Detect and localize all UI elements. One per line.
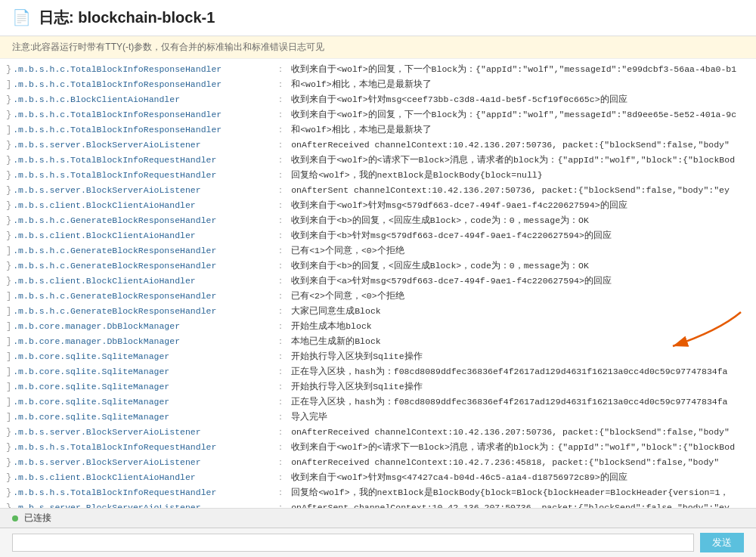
log-row: ].m.b.core.sqlite.SqliteManager：正在导入区块，h…	[0, 364, 756, 379]
log-bracket: ]	[6, 244, 11, 258]
log-bracket: }	[6, 184, 11, 197]
bottom-bar: 发送	[0, 528, 756, 557]
log-bracket: }	[6, 108, 11, 122]
log-separator: ：	[276, 153, 285, 167]
log-class: .m.b.core.sqlite.SqliteManager	[13, 380, 270, 393]
log-message: 回复给<wolf>，我的nextBlock是BlockBody{block=Bl…	[291, 486, 729, 499]
log-bracket: ]	[6, 335, 11, 348]
log-row: }.m.b.s.client.BlockClientAioHandler：收到来…	[0, 470, 756, 485]
log-bracket: }	[6, 93, 11, 107]
log-class: .m.b.s.h.c.TotalBlockInfoResponseHandler	[13, 123, 270, 136]
log-class: .m.b.s.client.BlockClientAioHandler	[13, 199, 270, 212]
send-button[interactable]: 发送	[700, 533, 744, 552]
log-class: .m.b.s.h.c.BlockClientAioHandler	[13, 93, 270, 106]
log-message: onAfterSent channelContext:10.42.136.207…	[291, 184, 730, 196]
log-separator: ：	[276, 471, 285, 484]
log-bracket: }	[6, 138, 11, 152]
log-row: }.m.b.s.client.BlockClientAioHandler：收到来…	[0, 228, 756, 243]
log-class: .m.b.s.server.BlockServerAioListener	[13, 456, 270, 469]
log-separator: ：	[276, 395, 285, 409]
log-message: onAfterReceived channelContext:10.42.7.2…	[291, 456, 719, 469]
log-message: 收到来自于<wolf>针对msg<ceef73bb-c3d8-4a1d-be5f…	[291, 93, 627, 106]
log-row: }.m.b.s.h.c.BlockClientAioHandler：收到来自于<…	[0, 92, 756, 107]
log-row: ].m.b.core.manager.DbBlockManager：本地已生成新…	[0, 334, 756, 349]
log-bracket: }	[6, 199, 11, 212]
log-separator: ：	[276, 214, 285, 227]
title-bar: 📄 日志: blockchain-block-1	[0, 0, 756, 36]
log-row: ].m.b.s.h.c.TotalBlockInfoResponseHandle…	[0, 122, 756, 138]
log-bracket: ]	[6, 123, 11, 137]
log-class: .m.b.core.sqlite.SqliteManager	[13, 395, 270, 408]
log-row: }.m.b.s.h.s.TotalBlockInfoRequestHandler…	[0, 485, 756, 500]
log-separator: ：	[276, 320, 285, 333]
log-message: 回复给<wolf>，我的nextBlock是BlockBody{block=nu…	[291, 169, 542, 181]
log-separator: ：	[276, 169, 285, 182]
log-row: ].m.b.core.manager.DbBlockManager：开始生成本地…	[0, 319, 756, 334]
log-separator: ：	[276, 501, 285, 508]
log-separator: ：	[276, 78, 285, 91]
log-bracket: ]	[6, 320, 11, 333]
log-class: .m.b.s.h.c.GenerateBlockResponseHandler	[13, 259, 270, 272]
title-icon: 📄	[12, 8, 31, 27]
log-separator: ：	[276, 274, 285, 288]
log-class: .m.b.s.h.c.GenerateBlockResponseHandler	[13, 244, 270, 257]
log-row: }.m.b.s.h.c.TotalBlockInfoResponseHandle…	[0, 107, 756, 122]
log-class: .m.b.s.client.BlockClientAioHandler	[13, 471, 270, 484]
log-message: 导入完毕	[291, 410, 327, 423]
log-message: 收到来自于<b>的回复，<回应生成Block>，code为：0，message为…	[291, 214, 589, 227]
log-bracket: }	[6, 274, 11, 288]
log-message: 收到来自于<wolf>的<请求下一Block>消息，请求者的block为：{"a…	[291, 441, 735, 453]
log-message: 已有<1>个同意，<0>个拒绝	[291, 244, 404, 257]
log-row: }.m.b.s.h.s.TotalBlockInfoRequestHandler…	[0, 168, 756, 183]
log-row: ].m.b.s.h.c.TotalBlockInfoResponseHandle…	[0, 77, 756, 92]
status-label: 已连接	[24, 512, 51, 525]
log-class: .m.b.s.server.BlockServerAioListener	[13, 184, 270, 196]
log-separator: ：	[276, 380, 285, 394]
log-separator: ：	[276, 93, 285, 107]
log-class: .m.b.s.server.BlockServerAioListener	[13, 425, 270, 438]
log-row: }.m.b.s.client.BlockClientAioHandler：收到来…	[0, 274, 756, 289]
log-class: .m.b.s.h.s.TotalBlockInfoRequestHandler	[13, 153, 270, 166]
log-class: .m.b.s.h.c.TotalBlockInfoResponseHandler	[13, 108, 270, 121]
log-class: .m.b.core.manager.DbBlockManager	[13, 335, 270, 348]
command-input[interactable]	[12, 534, 694, 552]
log-message: 收到来自于<wolf>的回复，下一个Block为：{"appId":"wolf"…	[291, 63, 736, 76]
log-separator: ：	[276, 229, 285, 243]
log-message: 本地已生成新的Block	[291, 335, 381, 348]
log-message: 和<wolf>相比，本地已是最新块了	[291, 123, 431, 136]
log-row: ].m.b.s.h.c.GenerateBlockResponseHandler…	[0, 289, 756, 304]
log-row: ].m.b.s.h.c.GenerateBlockResponseHandler…	[0, 304, 756, 319]
log-separator: ：	[276, 425, 285, 439]
log-bracket: }	[6, 63, 11, 76]
log-bracket: }	[6, 229, 11, 243]
log-bracket: }	[6, 501, 11, 508]
log-class: .m.b.s.h.c.TotalBlockInfoResponseHandler	[13, 78, 270, 91]
log-class: .m.b.s.client.BlockClientAioHandler	[13, 274, 270, 287]
log-message: onAfterReceived channelContext:10.42.136…	[291, 425, 730, 438]
log-message: 收到来自于<b>的回复，<回应生成Block>，code为：0，message为…	[291, 259, 589, 272]
log-row: }.m.b.s.server.BlockServerAioListener：on…	[0, 183, 756, 198]
log-separator: ：	[276, 456, 285, 469]
log-row: }.m.b.s.server.BlockServerAioListener：on…	[0, 425, 756, 440]
log-message: 正在导入区块，hash为：f08cd8089ddfec36836ef4f2617…	[291, 395, 727, 408]
log-separator: ：	[276, 199, 285, 212]
log-class: .m.b.s.h.c.GenerateBlockResponseHandler	[13, 214, 270, 227]
log-class: .m.b.s.h.c.GenerateBlockResponseHandler	[13, 289, 270, 302]
log-message: 开始执行导入区块到Sqlite操作	[291, 350, 422, 363]
log-bracket: }	[6, 471, 11, 484]
log-bracket: ]	[6, 395, 11, 409]
log-separator: ：	[276, 289, 285, 303]
log-class: .m.b.s.server.BlockServerAioListener	[13, 138, 270, 151]
log-class: .m.b.core.sqlite.SqliteManager	[13, 350, 270, 363]
log-bracket: }	[6, 153, 11, 167]
log-separator: ：	[276, 350, 285, 364]
log-container[interactable]: }.m.b.s.h.c.TotalBlockInfoResponseHandle…	[0, 59, 756, 508]
log-message: 和<wolf>相比，本地已是最新块了	[291, 78, 431, 91]
log-class: .m.b.core.sqlite.SqliteManager	[13, 410, 270, 423]
log-class: .m.b.s.h.s.TotalBlockInfoRequestHandler	[13, 169, 270, 181]
log-row: ].m.b.core.sqlite.SqliteManager：正在导入区块，h…	[0, 395, 756, 410]
log-bracket: ]	[6, 305, 11, 318]
log-message: 收到来自于<wolf>的<请求下一Block>消息，请求者的block为：{"a…	[291, 153, 735, 166]
log-bracket: ]	[6, 380, 11, 394]
log-separator: ：	[276, 259, 285, 273]
